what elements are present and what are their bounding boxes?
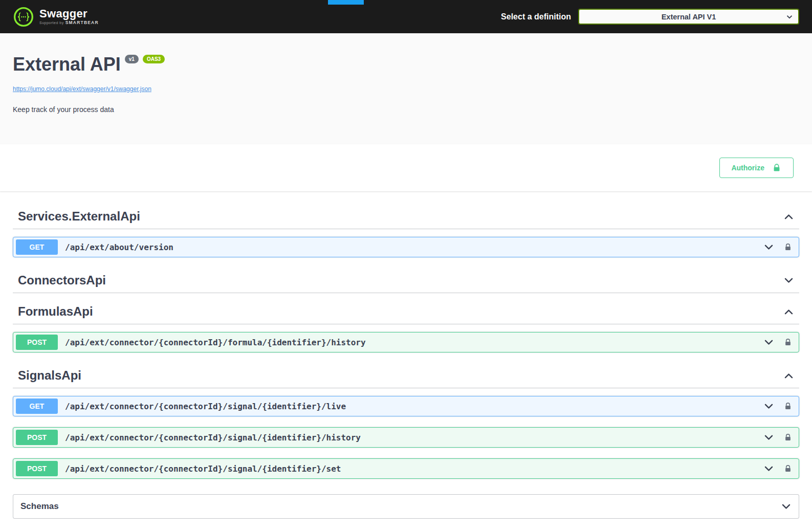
spec-url-link[interactable]: https://jumo.cloud/api/ext/swagger/v1/sw… <box>13 85 151 93</box>
method-badge: POST <box>16 430 58 445</box>
operation-path: /api/ext/connector/{connectorId}/signal/… <box>65 433 763 442</box>
tag-header-services-externalapi[interactable]: Services.ExternalApi <box>13 204 799 229</box>
chevron-down-icon[interactable] <box>763 463 774 474</box>
tag-section-services-externalapi: Services.ExternalApi GET /api/ext/about/… <box>13 204 799 257</box>
version-badge: v1 <box>125 55 139 63</box>
tag-section-signalsapi: SignalsApi GET /api/ext/connector/{conne… <box>13 363 799 479</box>
tag-title: ConnectorsApi <box>18 273 106 287</box>
lock-icon[interactable] <box>783 242 793 252</box>
method-badge: POST <box>16 335 58 350</box>
select-definition-label: Select a definition <box>501 12 571 21</box>
logo-wordmark: Swagger <box>39 8 99 20</box>
top-accent-strip <box>328 0 364 5</box>
auth-scheme-container: Authorize <box>0 144 812 191</box>
chevron-down-icon[interactable] <box>763 401 774 412</box>
api-info-section: External API v1 OAS3 https://jumo.cloud/… <box>0 33 812 144</box>
operation-row-get-signal-live[interactable]: GET /api/ext/connector/{connectorId}/sig… <box>13 396 799 416</box>
schemas-section[interactable]: Schemas <box>13 494 799 519</box>
definition-select-value: External API V1 <box>662 13 716 21</box>
chevron-down-icon <box>785 12 794 21</box>
lock-icon[interactable] <box>783 338 793 347</box>
chevron-up-icon[interactable] <box>783 211 794 222</box>
tag-header-formulasapi[interactable]: FormulasApi <box>13 299 799 324</box>
chevron-down-icon[interactable] <box>763 432 774 443</box>
lock-icon[interactable] <box>783 402 793 411</box>
swagger-logo[interactable]: Swagger Supported bySMARTBEAR <box>13 6 99 28</box>
tag-title: FormulasApi <box>18 304 93 319</box>
api-title: External API v1 OAS3 <box>13 54 799 75</box>
lock-icon[interactable] <box>783 433 793 442</box>
method-badge: GET <box>16 399 58 414</box>
oas3-badge: OAS3 <box>143 55 165 63</box>
tag-title: Services.ExternalApi <box>18 209 140 224</box>
operation-row-get-about-version[interactable]: GET /api/ext/about/version <box>13 237 799 257</box>
chevron-up-icon[interactable] <box>783 370 794 381</box>
swagger-logo-icon <box>13 6 34 28</box>
method-badge: GET <box>16 239 58 255</box>
operation-path: /api/ext/connector/{connectorId}/signal/… <box>65 402 763 411</box>
tag-title: SignalsApi <box>18 368 81 383</box>
operation-path: /api/ext/connector/{connectorId}/formula… <box>65 338 763 347</box>
lock-icon <box>772 163 782 173</box>
chevron-down-icon[interactable] <box>763 242 774 253</box>
operations-list: POST /api/ext/connector/{connectorId}/fo… <box>13 324 799 352</box>
operation-path: /api/ext/about/version <box>65 242 763 252</box>
topbar: Swagger Supported bySMARTBEAR Select a d… <box>0 0 812 33</box>
operations-list: GET /api/ext/about/version <box>13 229 799 257</box>
operation-row-post-signal-set[interactable]: POST /api/ext/connector/{connectorId}/si… <box>13 458 799 479</box>
operation-path: /api/ext/connector/{connectorId}/signal/… <box>65 464 763 474</box>
authorize-button[interactable]: Authorize <box>719 158 794 178</box>
operation-row-post-signal-history[interactable]: POST /api/ext/connector/{connectorId}/si… <box>13 427 799 448</box>
chevron-down-icon[interactable] <box>763 337 774 348</box>
schemas-title: Schemas <box>20 501 59 512</box>
authorize-label: Authorize <box>731 164 764 172</box>
operations-list: GET /api/ext/connector/{connectorId}/sig… <box>13 388 799 479</box>
tag-section-connectorsapi: ConnectorsApi <box>13 268 799 293</box>
chevron-down-icon[interactable] <box>783 275 794 286</box>
api-description: Keep track of your process data <box>13 105 799 114</box>
lock-icon[interactable] <box>783 464 793 473</box>
method-badge: POST <box>16 461 58 476</box>
logo-subtitle: Supported bySMARTBEAR <box>39 20 99 25</box>
api-title-text: External API <box>13 54 121 75</box>
tag-header-signalsapi[interactable]: SignalsApi <box>13 363 799 388</box>
operations-wrapper: Services.ExternalApi GET /api/ext/about/… <box>0 191 812 479</box>
chevron-down-icon[interactable] <box>781 501 792 512</box>
tag-section-formulasapi: FormulasApi POST /api/ext/connector/{con… <box>13 299 799 352</box>
operation-row-post-formula-history[interactable]: POST /api/ext/connector/{connectorId}/fo… <box>13 332 799 352</box>
definition-select[interactable]: External API V1 <box>578 9 799 25</box>
chevron-up-icon[interactable] <box>783 306 794 317</box>
tag-header-connectorsapi[interactable]: ConnectorsApi <box>13 268 799 293</box>
